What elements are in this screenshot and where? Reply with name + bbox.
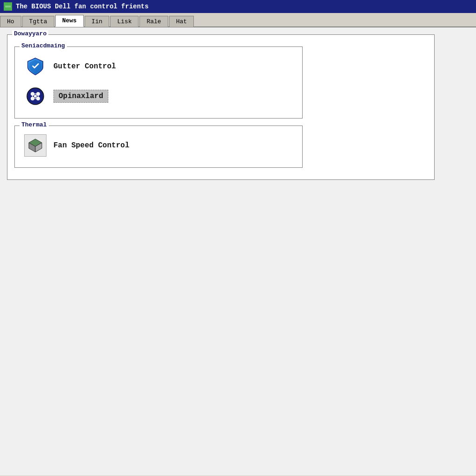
tab-hat[interactable]: Hat [169,16,194,27]
tab-iin[interactable]: Iin [85,16,109,27]
tab-tgtta[interactable]: Tgtta [22,16,54,27]
cube-icon [24,134,46,157]
app-icon [4,2,12,11]
brain-icon [24,85,46,107]
list-item-gutter-control[interactable]: Gutter Control [22,52,295,81]
tab-bar: Ho Tgtta News Iin Lisk Rale Hat [0,13,476,27]
tab-news[interactable]: News [55,15,84,27]
opinaxlard-label[interactable]: Opinaxlard [53,90,108,103]
window-title: The BIOUS Dell fan control frients [16,3,149,10]
outer-group-label: Dowayyaro [12,30,48,37]
outer-group: Dowayyaro Seniacdmaing [7,34,435,180]
main-content: Dowayyaro Seniacdmaing [0,27,476,476]
inner-group-thermal: Thermal Fan Speed Control [14,126,303,168]
inner-group-seniacdmaing: Seniacdmaing [14,46,303,119]
tab-ho[interactable]: Ho [0,16,21,27]
title-bar: The BIOUS Dell fan control frients [0,0,476,13]
fan-speed-control-label: Fan Speed Control [53,141,129,150]
tab-rale[interactable]: Rale [139,16,168,27]
list-item-opinaxlard[interactable]: Opinaxlard [22,81,295,111]
inner-group-label-thermal: Thermal [20,121,49,128]
tab-lisk[interactable]: Lisk [110,16,139,27]
inner-group-label-seniacdmaing: Seniacdmaing [20,42,67,49]
list-item-fan-speed-control[interactable]: Fan Speed Control [22,131,295,160]
gutter-control-label: Gutter Control [53,62,116,71]
shield-icon [24,55,46,78]
svg-rect-1 [5,6,11,7]
